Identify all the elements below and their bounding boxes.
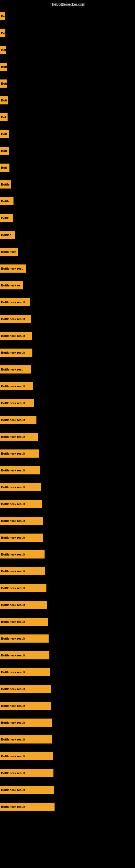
- bar-label: Bottleneck result: [1, 671, 25, 674]
- bar-item: Bottleneck result: [0, 433, 38, 441]
- bar-row: Bottleneck result: [0, 630, 135, 647]
- bar-item: Bottleneck result: [0, 315, 31, 323]
- bar-row: Bottleneck result: [0, 378, 135, 394]
- bar-row: Bottleneck result: [0, 462, 135, 478]
- bar-label: Bottleneck result: [1, 805, 25, 808]
- bar-label: Bottleneck result: [1, 586, 25, 590]
- bar-item: Bottleneck result: [0, 634, 49, 643]
- bar-row: Bottleneck result: [0, 799, 135, 815]
- bar-item: Bo: [0, 29, 5, 37]
- bar-label: Bo: [1, 14, 5, 18]
- bar-row: Bottle: [0, 176, 135, 193]
- bar-item: Bottleneck result: [0, 399, 34, 407]
- bar-label: Bottleneck result: [1, 620, 25, 623]
- bar-label: Bott: [1, 166, 7, 169]
- bar-row: Bott: [0, 59, 135, 75]
- bar-label: Bottleneck result: [1, 351, 25, 354]
- bar-item: Bottleneck result: [0, 601, 47, 609]
- bar-row: Bott: [0, 143, 135, 159]
- bar-label: Bottleneck result: [1, 334, 25, 337]
- bar-row: Bottleneck result: [0, 344, 135, 361]
- bar-label: Bott: [1, 149, 7, 152]
- bar-item: Bottleneck result: [0, 803, 54, 811]
- bar-item: Bottleneck resu: [0, 265, 26, 273]
- bar-item: Bottleneck result: [0, 450, 39, 458]
- bar-item: Bot: [0, 46, 6, 54]
- bar-item: Bottleneck result: [0, 685, 51, 693]
- bar-label: Bottleneck result: [1, 687, 25, 691]
- bar-item: Bott: [0, 147, 9, 155]
- bar-label: Bottleneck re: [1, 284, 20, 287]
- bar-item: Bott: [0, 163, 9, 172]
- bar-row: Bottleneck result: [0, 311, 135, 327]
- bar-label: Bottleneck result: [1, 469, 25, 472]
- bar-item: Bottleneck resu: [0, 365, 31, 373]
- bar-label: Bottleneck result: [1, 452, 25, 455]
- bar-row: Bottleneck result: [0, 614, 135, 630]
- bar-row: Bottleneck resu: [0, 361, 135, 378]
- bar-row: Bottleneck result: [0, 748, 135, 764]
- bar-row: Bo: [0, 25, 135, 41]
- bar-row: Bottle: [0, 210, 135, 226]
- bar-item: Bottleneck result: [0, 332, 32, 340]
- bar-row: Bottleneck result: [0, 395, 135, 411]
- bar-label: Bottleneck result: [1, 569, 25, 573]
- bar-item: Bottleneck result: [0, 348, 32, 357]
- bar-item: Bottleneck result: [0, 618, 48, 626]
- bar-label: Bottleneck result: [1, 603, 25, 607]
- bar-item: Bottle: [0, 180, 11, 188]
- bar-row: Bottleneck result: [0, 563, 135, 579]
- bar-label: Bottleneck result: [1, 738, 25, 741]
- bars-container: BoBoBotBottBottBottBotBottBottBottBottle…: [0, 8, 135, 815]
- bar-row: Bot: [0, 109, 135, 125]
- bar-item: Bott: [0, 130, 9, 138]
- bar-label: Bott: [1, 132, 7, 135]
- bar-row: Bottleneck result: [0, 546, 135, 563]
- bar-label: Bottleneck result: [1, 418, 25, 422]
- bar-item: Bot: [0, 113, 8, 121]
- bar-label: Bot: [1, 116, 6, 119]
- bar-label: Bottleneck result: [1, 536, 25, 539]
- bar-label: Bottleneck result: [1, 502, 25, 506]
- bar-row: Bottleneck result: [0, 529, 135, 546]
- bar-label: Bot: [1, 48, 6, 52]
- bar-item: Bottleneck result: [0, 718, 52, 727]
- bar-row: Bottleneck result: [0, 328, 135, 344]
- bar-row: Bottleneck result: [0, 782, 135, 798]
- bar-row: Bott: [0, 126, 135, 142]
- bar-label: Bo: [1, 31, 5, 35]
- bar-row: Bottleneck result: [0, 597, 135, 613]
- bar-label: Bott: [1, 99, 7, 102]
- bar-item: Bottleneck result: [0, 786, 54, 794]
- bar-row: Bottleneck result: [0, 681, 135, 697]
- bar-row: Bott: [0, 159, 135, 176]
- bar-item: Bottleneck result: [0, 769, 53, 777]
- bar-item: Bottleneck result: [0, 517, 43, 525]
- bar-item: Bottleneck re: [0, 281, 23, 289]
- bar-row: Bottleneck: [0, 244, 135, 260]
- bar-label: Bottleneck result: [1, 401, 25, 405]
- bar-row: Bottleneck result: [0, 664, 135, 680]
- bar-label: Bott: [1, 65, 7, 68]
- bar-item: Bottleneck result: [0, 735, 52, 744]
- bar-label: Bottleneck resu: [1, 267, 24, 270]
- bar-row: Bot: [0, 42, 135, 58]
- bar-item: Bottle: [0, 214, 13, 222]
- bar-label: Bottleneck resu: [1, 368, 24, 371]
- bar-label: Bottleneck result: [1, 654, 25, 657]
- bar-item: Bottleneck result: [0, 567, 45, 575]
- bar-label: Bottlen: [1, 233, 11, 237]
- bar-row: Bottleneck result: [0, 698, 135, 714]
- bar-item: Bottleneck result: [0, 668, 50, 676]
- bar-label: Bottleneck result: [1, 553, 25, 556]
- bar-row: Bottleneck resu: [0, 260, 135, 277]
- bar-row: Bottleneck result: [0, 513, 135, 529]
- bar-row: Bottleneck result: [0, 647, 135, 663]
- bar-label: Bottleneck result: [1, 435, 25, 438]
- bar-item: Bott: [0, 96, 8, 104]
- bar-label: Bottleneck result: [1, 486, 25, 489]
- bar-row: Bottleneck re: [0, 277, 135, 293]
- bar-item: Bottleneck result: [0, 466, 40, 474]
- bar-item: Bottlen: [0, 197, 13, 205]
- bar-item: Bottleneck result: [0, 752, 53, 760]
